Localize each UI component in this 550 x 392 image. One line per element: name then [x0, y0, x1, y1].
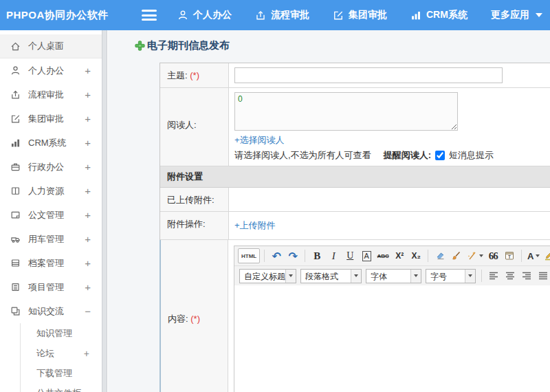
nav-crm-system[interactable]: CRM系统: [410, 9, 468, 21]
heading-select[interactable]: 自定义标题: [239, 269, 296, 283]
book-icon: [10, 186, 21, 196]
clipboard-icon: [10, 282, 21, 292]
caret-down-icon: [536, 13, 542, 17]
expand-plus[interactable]: +: [85, 65, 91, 76]
undo-button[interactable]: ↶: [269, 248, 284, 263]
highlighter-icon: [543, 250, 550, 261]
strikethrough-button[interactable]: ABC: [375, 248, 390, 263]
sidebar-item-personal-office[interactable]: 个人办公 +: [0, 58, 102, 83]
magic-wand-icon: [466, 250, 477, 261]
sidebar-scrollbar-gutter[interactable]: [102, 30, 107, 392]
font-color-button[interactable]: A: [526, 248, 541, 263]
bar-chart-icon: [410, 10, 421, 21]
page-title: 电子期刊信息发布: [135, 39, 550, 52]
sidebar-subitem-download-management[interactable]: 下载管理: [21, 363, 102, 383]
expand-plus[interactable]: +: [85, 185, 91, 197]
align-justify-button[interactable]: [536, 268, 550, 283]
edit-icon: [333, 10, 344, 21]
caret-down-icon: [410, 270, 421, 283]
format-painter-button[interactable]: [449, 248, 464, 263]
expand-plus[interactable]: +: [85, 113, 91, 124]
sidebar-item-vehicle-management[interactable]: 用车管理 +: [0, 227, 102, 251]
collapse-minus[interactable]: −: [85, 305, 91, 317]
expand-plus[interactable]: +: [84, 348, 89, 359]
editor-content-area[interactable]: [234, 285, 550, 392]
sidebar-item-human-resources[interactable]: 人力资源 +: [0, 179, 102, 203]
expand-plus[interactable]: +: [85, 257, 91, 269]
superscript-button[interactable]: X²: [392, 248, 407, 263]
editor-toolbar-row1: HTML ↶ ↷ B I U A ABC X² X₂: [234, 246, 550, 266]
expand-plus[interactable]: +: [85, 89, 91, 100]
nav-personal-office[interactable]: 个人办公: [177, 9, 232, 21]
paragraph-format-select[interactable]: 段落格式: [300, 269, 362, 283]
expand-plus[interactable]: +: [85, 137, 91, 149]
car-icon: [10, 234, 21, 244]
attachment-ops-label: 附件操作:: [160, 212, 229, 239]
attachment-ops-row: 附件操作: +上传附件: [160, 212, 550, 240]
caret-down-icon: [285, 270, 296, 283]
italic-button[interactable]: I: [326, 248, 341, 263]
font-border-button[interactable]: A: [359, 248, 374, 263]
sidebar-item-workflow-approval[interactable]: 流程审批 +: [0, 83, 102, 107]
hamburger-menu-icon[interactable]: [142, 10, 157, 21]
sidebar-item-personal-desktop[interactable]: 个人桌面: [0, 34, 102, 58]
font-family-select[interactable]: 字体: [366, 269, 421, 283]
sidebar-item-project-management[interactable]: 项目管理 +: [0, 275, 102, 299]
svg-text:T: T: [508, 254, 511, 259]
nav-more-apps[interactable]: 更多应用: [491, 9, 542, 21]
expand-plus[interactable]: +: [85, 281, 91, 293]
subject-row: 主题: (*): [160, 63, 550, 88]
expand-plus[interactable]: +: [85, 233, 91, 245]
top-navigation: 个人办公 流程审批 集团审批 CRM系统 更多应用: [177, 9, 542, 21]
attachment-section-header: 附件设置: [160, 166, 550, 188]
person-icon: [177, 10, 188, 21]
paste-text-button[interactable]: T: [502, 248, 517, 263]
archive-icon: [10, 258, 21, 268]
sidebar-item-group-approval[interactable]: 集团审批 +: [0, 107, 102, 131]
auto-typeset-button[interactable]: [465, 248, 484, 263]
nav-group-approval[interactable]: 集团审批: [333, 9, 387, 21]
blockquote-button[interactable]: 66: [485, 248, 500, 263]
bar-chart-icon: [10, 138, 21, 148]
expand-plus[interactable]: +: [85, 209, 91, 221]
highlight-color-button[interactable]: [542, 248, 550, 263]
upload-icon: [10, 89, 21, 100]
sidebar-item-knowledge-exchange[interactable]: 知识交流 −: [0, 299, 102, 323]
editor-toolbar-row2: 自定义标题 段落格式 字体: [234, 266, 550, 285]
align-right-button[interactable]: [519, 268, 534, 283]
html-source-button[interactable]: HTML: [238, 248, 260, 263]
underline-button[interactable]: U: [342, 248, 358, 263]
sidebar-item-crm-system[interactable]: CRM系统 +: [0, 131, 102, 155]
sidebar-subitem-public-file-cabinet[interactable]: 公共文件柜: [21, 383, 102, 392]
bold-button[interactable]: B: [309, 248, 324, 263]
subject-input[interactable]: [234, 67, 503, 83]
select-readers-link[interactable]: +选择阅读人: [234, 135, 285, 145]
align-left-button[interactable]: [486, 268, 501, 283]
person-icon: [10, 65, 21, 76]
brush-icon: [451, 250, 462, 261]
align-center-icon: [505, 270, 516, 281]
sidebar-item-document-management[interactable]: 公文管理 +: [0, 203, 102, 227]
sidebar-item-archive-management[interactable]: 档案管理 +: [0, 251, 102, 275]
redo-button[interactable]: ↷: [285, 248, 300, 263]
font-size-select[interactable]: 字号: [426, 269, 476, 283]
align-justify-icon: [538, 270, 549, 281]
briefcase-icon: [10, 162, 21, 172]
eraser-icon: [434, 250, 446, 261]
sms-remind-checkbox[interactable]: [435, 151, 445, 160]
remove-format-button[interactable]: [432, 248, 448, 263]
upload-attachment-link[interactable]: +上传附件: [234, 220, 276, 230]
align-center-button[interactable]: [503, 268, 518, 283]
paste-icon: T: [504, 250, 515, 261]
sidebar-subitem-knowledge-management[interactable]: 知识管理: [21, 323, 102, 343]
top-header: PHPOA协同办公软件 个人办公 流程审批 集团审批 CRM系统 更多应用: [0, 0, 550, 30]
uploaded-attachments-label: 已上传附件:: [160, 188, 229, 211]
nav-workflow-approval[interactable]: 流程审批: [255, 9, 309, 21]
expand-plus[interactable]: +: [85, 161, 91, 173]
readers-hint: 请选择阅读人,不选为所有人可查看: [234, 149, 371, 162]
sidebar-subitem-forum[interactable]: 论坛 +: [21, 343, 102, 363]
readers-textarea[interactable]: 0: [234, 92, 458, 131]
uploaded-attachments-value: [229, 188, 550, 211]
sidebar-item-admin-office[interactable]: 行政办公 +: [0, 155, 102, 179]
subscript-button[interactable]: X₂: [408, 248, 424, 263]
